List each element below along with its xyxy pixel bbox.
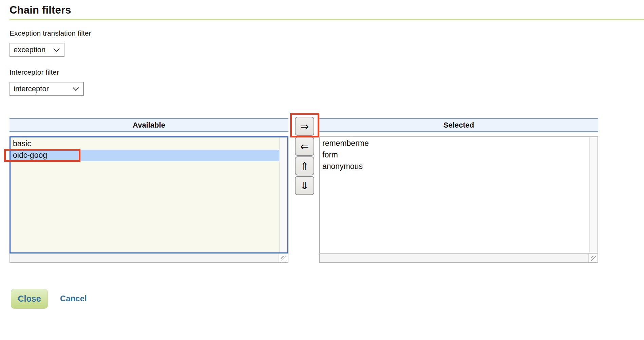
selected-header: Selected bbox=[319, 118, 598, 132]
interceptor-filter-value: interceptor bbox=[14, 84, 49, 93]
available-header: Available bbox=[10, 118, 288, 132]
available-item-oidc-goog[interactable]: oidc-goog bbox=[11, 150, 279, 161]
exception-filter-select[interactable]: exception bbox=[10, 43, 64, 57]
interceptor-filter-select[interactable]: interceptor bbox=[10, 82, 84, 96]
cancel-link[interactable]: Cancel bbox=[60, 294, 87, 303]
exception-filter-value: exception bbox=[14, 45, 45, 54]
title-underline bbox=[10, 19, 644, 20]
available-listbox[interactable]: basic oidc-goog bbox=[10, 136, 288, 253]
scrollbar-track[interactable] bbox=[320, 254, 588, 262]
selected-item-form[interactable]: form bbox=[320, 149, 589, 161]
interceptor-filter-label: Interceptor filter bbox=[10, 68, 59, 76]
exception-filter-label: Exception translation filter bbox=[10, 29, 91, 37]
available-resize-corner[interactable] bbox=[279, 253, 288, 262]
move-left-button[interactable]: ⇐ bbox=[295, 137, 314, 156]
selected-resize-corner[interactable] bbox=[588, 254, 598, 262]
move-up-button[interactable]: ⇑ bbox=[295, 156, 314, 175]
available-vertical-scrollbar[interactable] bbox=[279, 137, 287, 252]
chevron-down-icon bbox=[53, 45, 59, 52]
move-right-button[interactable]: ⇒ bbox=[295, 117, 314, 136]
available-horizontal-scrollbar[interactable] bbox=[10, 253, 288, 263]
selected-list-items: rememberme form anonymous bbox=[320, 137, 589, 253]
page-title: Chain filters bbox=[10, 4, 71, 16]
scrollbar-track[interactable] bbox=[10, 253, 279, 262]
selected-item-rememberme[interactable]: rememberme bbox=[320, 138, 589, 149]
chain-filters-page: Chain filters Exception translation filt… bbox=[0, 0, 644, 340]
close-button[interactable]: Close bbox=[11, 289, 48, 309]
chevron-down-icon bbox=[73, 84, 79, 91]
resize-grip-icon bbox=[591, 256, 596, 261]
available-list-items: basic oidc-goog bbox=[11, 137, 279, 252]
available-item-basic[interactable]: basic bbox=[11, 138, 279, 150]
selected-item-anonymous[interactable]: anonymous bbox=[320, 161, 589, 172]
selected-horizontal-scrollbar[interactable] bbox=[319, 253, 598, 263]
resize-grip-icon bbox=[281, 256, 287, 261]
move-down-button[interactable]: ⇓ bbox=[295, 176, 314, 195]
selected-vertical-scrollbar[interactable] bbox=[589, 137, 598, 253]
selected-listbox[interactable]: rememberme form anonymous bbox=[319, 136, 598, 253]
